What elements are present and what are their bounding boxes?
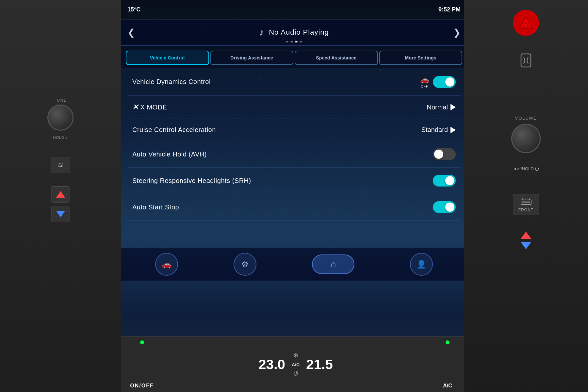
vdc-toggle-knob: [445, 77, 454, 87]
hold-power-text: /HOLD ⏻: [521, 166, 539, 171]
temp-up-button[interactable]: [52, 186, 70, 203]
right-panel: ! VOLUME ◄× /HOLD ⏻ FRONT: [464, 0, 588, 392]
onoff-indicator: [140, 340, 144, 344]
audio-title: No Audio Playing: [269, 28, 329, 37]
front-defroster-icon: [520, 197, 532, 205]
setting-row-srh: Steering Responsive Headlights (SRH): [127, 168, 461, 194]
srh-toggle-knob: [445, 176, 454, 185]
climate-temp-section: 23.0 ❄ A/C ↺ 21.5: [163, 337, 428, 392]
front-defroster-button[interactable]: FRONT: [513, 194, 539, 215]
audio-center: ♪ No Audio Playing: [259, 27, 329, 38]
dot-2: [290, 41, 293, 42]
setting-row-avh: Auto Vehicle Hold (AVH): [127, 141, 461, 168]
tab-more-settings[interactable]: More Settings: [379, 51, 463, 65]
ac-right-section[interactable]: A/C: [428, 337, 467, 392]
xmode-value-text: Normal: [427, 104, 448, 111]
climate-onoff-section[interactable]: ON/OFF: [121, 337, 163, 392]
hazard-icon: !: [519, 16, 533, 30]
audio-bar: ❮ ♪ No Audio Playing ❯: [121, 20, 467, 46]
screen-main: 15°C 9:52 PM ❮ ♪ No Audio Playing ❯ Vehi…: [121, 0, 467, 336]
cruise-arrow-icon: [450, 127, 456, 133]
status-bar: 15°C 9:52 PM: [121, 0, 467, 20]
progress-dots: [286, 41, 302, 42]
settings-nav-icon: ⚙: [241, 260, 249, 269]
autostop-toggle[interactable]: [433, 201, 456, 213]
tab-navigation: Vehicle Control Driving Assistance Speed…: [121, 46, 467, 68]
xmode-arrow-icon: [450, 104, 456, 110]
ac-label: A/C: [292, 362, 300, 367]
vdc-car-icon-group: 🚗 OFF: [420, 75, 429, 88]
audio-prev-button[interactable]: ❮: [127, 27, 135, 38]
chevron-down-icon: [56, 211, 65, 217]
right-temp-down-button[interactable]: [521, 242, 531, 249]
time-display: 9:52 PM: [438, 6, 461, 13]
temperature-display: 15°C: [127, 6, 140, 13]
temp-left-display: 23.0: [258, 357, 285, 372]
tune-label: TUNE: [54, 98, 67, 103]
car-nav-icon: 🚗: [162, 260, 172, 269]
music-icon: ♪: [259, 27, 264, 38]
cruise-value-text: Standard: [421, 126, 448, 134]
right-arrows: [521, 232, 531, 249]
dot-4: [300, 41, 302, 42]
nfc-area: [518, 52, 534, 70]
hold-label: HOLD ♪: [53, 136, 68, 139]
vdc-label: Vehicle Dynamics Control: [132, 78, 211, 86]
home-nav-icon: ⌂: [331, 259, 336, 270]
volume-label: VOLUME: [511, 116, 541, 121]
setting-row-cruise[interactable]: Cruise Control Acceleration Standard: [127, 119, 461, 141]
srh-label-text: Steering Responsive Headlights (SRH): [132, 176, 251, 185]
bottom-navigation: 🚗 ⚙ ⌂ 👤: [121, 248, 467, 281]
climate-icons: ❄ A/C ↺: [292, 351, 300, 378]
avh-toggle[interactable]: [433, 148, 456, 160]
svg-rect-4: [521, 200, 531, 204]
main-screen: 15°C 9:52 PM ❮ ♪ No Audio Playing ❯ Vehi…: [121, 0, 467, 392]
volume-knob[interactable]: [511, 124, 541, 153]
temp-down-button[interactable]: [52, 206, 70, 222]
tab-vehicle-control[interactable]: Vehicle Control: [126, 51, 209, 65]
vdc-car-symbol: 🚗: [420, 75, 429, 84]
climate-bar: ON/OFF 23.0 ❄ A/C ↺ 21.5 A/C: [121, 336, 467, 392]
ac-right-label: A/C: [443, 383, 452, 389]
dot-1: [286, 41, 288, 42]
tune-knob[interactable]: [47, 105, 74, 131]
left-panel: TUNE HOLD ♪ ≋: [0, 0, 121, 392]
avh-toggle-knob: [434, 150, 443, 159]
temp-right-display: 21.5: [306, 357, 333, 372]
mute-hold-button[interactable]: ◄× /HOLD ⏻: [513, 166, 539, 171]
tab-speed-assistance[interactable]: Speed Assistance: [295, 51, 378, 65]
defroster-button[interactable]: ≋: [51, 157, 70, 173]
setting-row-vdc: Vehicle Dynamics Control 🚗 OFF: [127, 68, 461, 96]
nav-home-button[interactable]: ⌂: [312, 254, 354, 274]
right-temp-up-button[interactable]: [521, 232, 531, 239]
xmode-value[interactable]: Normal: [427, 104, 456, 111]
nav-car-button[interactable]: 🚗: [155, 253, 178, 276]
autostop-toggle-knob: [445, 203, 454, 212]
vdc-toggle[interactable]: [433, 76, 456, 88]
front-label: FRONT: [518, 208, 533, 212]
autostop-label: Auto Start Stop: [132, 204, 179, 211]
hazard-button[interactable]: !: [513, 10, 539, 36]
vdc-off-text: OFF: [421, 85, 428, 88]
cruise-value[interactable]: Standard: [421, 126, 456, 134]
cruise-label: Cruise Control Acceleration: [132, 126, 216, 134]
fan-icon: ❄: [293, 351, 299, 359]
nav-settings-button[interactable]: ⚙: [234, 253, 256, 276]
svg-rect-3: [521, 54, 531, 67]
xmode-label: ✕ X MODE: [132, 103, 167, 111]
nfc-icon: [518, 52, 534, 69]
onoff-label[interactable]: ON/OFF: [130, 383, 154, 389]
xmode-label-text: X MODE: [140, 104, 167, 111]
audio-next-button[interactable]: ❯: [453, 27, 461, 38]
tab-driving-assistance[interactable]: Driving Assistance: [210, 51, 294, 65]
svg-text:!: !: [525, 23, 527, 28]
setting-row-xmode[interactable]: ✕ X MODE Normal: [127, 96, 461, 119]
chevron-up-icon: [56, 191, 65, 198]
nav-profile-button[interactable]: 👤: [410, 253, 433, 276]
ac-right-indicator: [446, 340, 449, 344]
mute-icon: ◄×: [513, 166, 519, 171]
vdc-control: 🚗 OFF: [420, 75, 456, 88]
srh-toggle[interactable]: [433, 175, 456, 187]
avh-label: Auto Vehicle Hold (AVH): [132, 151, 207, 158]
srh-label: Steering Responsive Headlights (SRH): [132, 176, 251, 185]
